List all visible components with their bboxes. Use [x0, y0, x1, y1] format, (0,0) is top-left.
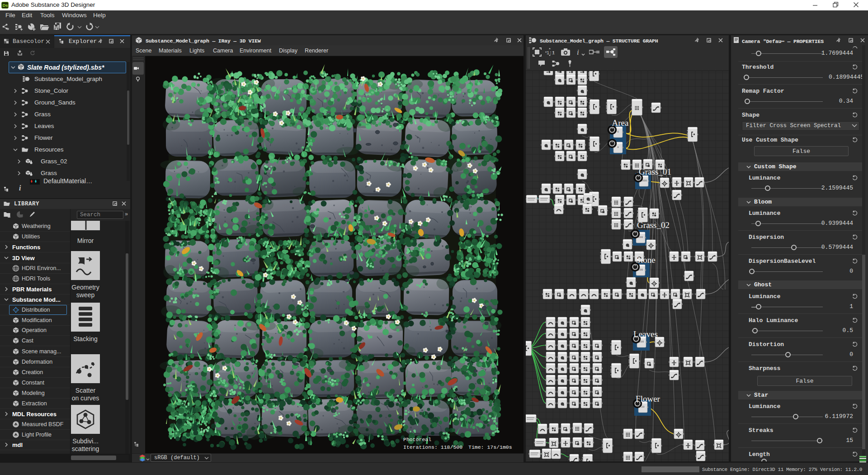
svg-text:20: 20 [641, 405, 645, 408]
svg-text:Time: 17s/1m0s: Time: 17s/1m0s [468, 444, 512, 450]
svg-text:Area: Area [612, 118, 629, 128]
svg-text:Flower: Flower [636, 394, 660, 404]
svg-text:1:1: 1:1 [547, 51, 555, 56]
svg-text:i: i [577, 48, 579, 57]
svg-text:Stone: Stone [636, 255, 655, 265]
svg-text:6: 6 [617, 130, 619, 133]
svg-text:8: 8 [617, 146, 619, 149]
svg-text:Leaves: Leaves [633, 329, 658, 339]
svg-text:Photoreal: Photoreal [403, 437, 431, 442]
svg-text:Iterations: 118/500: Iterations: 118/500 [403, 444, 462, 450]
svg-text:Grass_01: Grass_01 [639, 167, 671, 176]
svg-text:Grass_02: Grass_02 [637, 220, 670, 230]
